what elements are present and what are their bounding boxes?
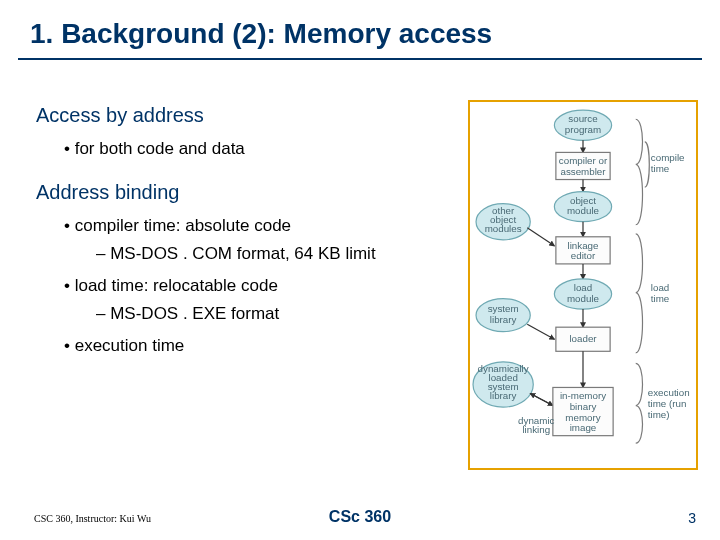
heading-access: Access by address <box>36 104 430 127</box>
footer-center: CSc 360 <box>329 508 391 526</box>
bullet-binding-2: execution time <box>64 336 430 356</box>
slide-title: 1. Background (2): Memory access <box>0 0 720 58</box>
binding-diagram: sourceprogram compiler orassembler objec… <box>468 100 698 470</box>
svg-line-7 <box>527 228 554 246</box>
bullet-binding-0: compiler time: absolute code <box>64 216 430 236</box>
side-run-time: executiontime (runtime) <box>648 387 690 419</box>
node-linkage: linkageeditor <box>568 240 599 262</box>
subbullet-binding-1-0: MS-DOS . EXE format <box>96 304 430 324</box>
svg-line-13 <box>527 324 554 339</box>
side-compile-time: compiletime <box>651 152 685 174</box>
footer-left: CSC 360, Instructor: Kui Wu <box>34 513 151 524</box>
svg-line-18 <box>530 393 553 405</box>
node-source: sourceprogram <box>565 113 601 135</box>
label-dynamic-linking: dynamiclinking <box>518 415 555 435</box>
subbullet-binding-0-0: MS-DOS . COM format, 64 KB limit <box>96 244 430 264</box>
bullet-access-0: for both code and data <box>64 139 430 159</box>
bullet-binding-1: load time: relocatable code <box>64 276 430 296</box>
node-loader: loader <box>569 333 597 344</box>
node-syslib: systemlibrary <box>488 303 519 325</box>
heading-binding: Address binding <box>36 181 430 204</box>
node-compiler: compiler orassembler <box>559 155 608 177</box>
node-object: objectmodule <box>567 195 599 217</box>
content-area: Access by address for both code and data… <box>0 60 430 356</box>
footer-right: 3 <box>688 510 696 526</box>
side-load-time: loadtime <box>651 282 670 304</box>
